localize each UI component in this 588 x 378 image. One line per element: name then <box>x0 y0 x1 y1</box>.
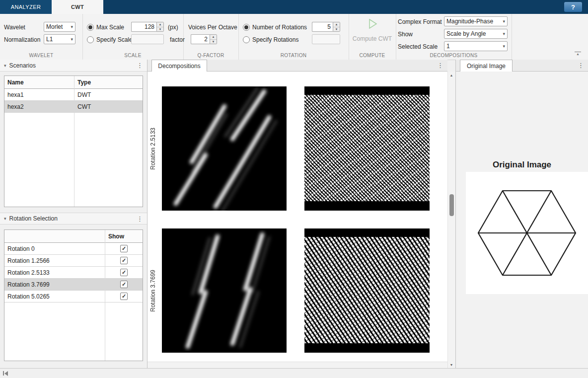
spinner-down-icon[interactable]: ▼ <box>157 27 163 32</box>
section-decompositions: Complex Format Magnitude-Phase ▾ Show Sc… <box>396 14 512 60</box>
collapse-panel-icon[interactable]: ▾ <box>4 216 6 221</box>
table-row-hexa2[interactable]: hexa2 CWT <box>4 101 143 113</box>
show-cell: ✓ <box>105 255 143 266</box>
magnitude-image-rotation-2-5133 <box>162 86 287 211</box>
menu-dots-icon[interactable]: ⋮ <box>137 216 143 222</box>
specify-scales-input[interactable] <box>131 34 164 44</box>
specify-scales-label: Specify Scales <box>96 36 136 43</box>
number-of-rotations-spinner[interactable]: 5 ▲ ▼ <box>312 22 340 32</box>
rotation-selection-panel-header[interactable]: ▾ Rotation Selection ⋮ <box>0 213 147 225</box>
spinner-down-icon[interactable]: ▼ <box>210 40 217 44</box>
table-row-rotation-3-7699[interactable]: Rotation 3.7699 ✓ <box>4 279 143 291</box>
show-checkbox[interactable]: ✓ <box>120 281 128 288</box>
scenarios-panel-title: Scenarios <box>9 62 137 69</box>
max-scale-radio[interactable]: Max Scale <box>87 22 124 32</box>
decompositions-content: Rotation 2.5133 <box>147 72 447 362</box>
max-scale-unit-label: (px) <box>168 24 178 31</box>
specify-rotations-radio[interactable]: Specify Rotations <box>243 35 298 45</box>
scrollbar-thumb[interactable] <box>449 194 454 216</box>
section-label-decompositions: DECOMPOSITIONS <box>396 53 512 58</box>
chevron-down-icon: ▾ <box>71 37 73 42</box>
vertical-scrollbar[interactable]: ▲ ▼ <box>447 72 455 368</box>
voices-per-octave-spinner[interactable]: 2 ▲ ▼ <box>191 34 217 44</box>
selected-scale-dropdown[interactable]: 1 ▾ <box>444 41 508 51</box>
menu-dots-icon[interactable]: ⋮ <box>437 62 443 69</box>
scenarios-panel-header[interactable]: ▾ Scenarios ⋮ <box>0 60 147 72</box>
section-scale: Max Scale 128 ▲ ▼ (px) Specify Scales fa… <box>82 14 184 60</box>
spinner-up-icon[interactable]: ▲ <box>157 22 163 27</box>
complex-format-value: Magnitude-Phase <box>446 18 493 25</box>
tab-cwt[interactable]: CWT <box>52 0 103 14</box>
left-panel: ▾ Scenarios ⋮ Name Type hexa1 DWT hexa2 … <box>0 60 147 368</box>
rotation-label: Rotation 3.7699 <box>4 279 105 290</box>
tab-decompositions[interactable]: Decompositions <box>151 60 207 72</box>
tab-original-image[interactable]: Original Image <box>460 60 513 72</box>
titlebar: ANALYZER CWT ? <box>0 0 588 14</box>
normalization-dropdown[interactable]: L1 ▾ <box>44 34 75 44</box>
number-of-rotations-value: 5 <box>312 22 333 32</box>
specify-scales-radio[interactable]: Specify Scales <box>87 35 136 45</box>
compute-cwt-label: Compute CWT <box>349 35 396 42</box>
spinner-up-icon[interactable]: ▲ <box>210 35 217 40</box>
collapse-panel-icon[interactable]: ▾ <box>4 63 6 68</box>
normalization-label: Normalization <box>4 36 40 43</box>
rotation-selection-panel-title: Rotation Selection <box>9 215 137 222</box>
max-scale-spinner[interactable]: 128 ▲ ▼ <box>131 22 164 32</box>
table-row-hexa1[interactable]: hexa1 DWT <box>4 89 143 101</box>
table-row-rotation-5-0265[interactable]: Rotation 5.0265 ✓ <box>4 291 143 302</box>
section-label-wavelet: WAVELET <box>0 53 82 58</box>
column-header-name[interactable]: Name <box>4 76 74 88</box>
original-image-tabbar: Original Image ⋮ <box>456 60 588 72</box>
scenarios-table-header: Name Type <box>4 76 143 89</box>
rotation-label: Rotation 1.2566 <box>4 255 105 266</box>
column-header-show[interactable]: Show <box>105 230 143 242</box>
menu-dots-icon[interactable]: ⋮ <box>137 62 143 69</box>
spinner-up-icon[interactable]: ▲ <box>333 22 340 27</box>
show-dropdown[interactable]: Scale by Angle ▾ <box>444 29 508 39</box>
wavelet-dropdown-value: Morlet <box>46 23 63 30</box>
show-checkbox[interactable]: ✓ <box>120 257 128 264</box>
check-icon: ✓ <box>122 282 126 287</box>
chevron-down-icon: ▾ <box>503 44 505 49</box>
number-of-rotations-radio[interactable]: Number of Rotations <box>243 22 307 32</box>
show-checkbox[interactable]: ✓ <box>120 245 128 252</box>
table-row-rotation-2-5133[interactable]: Rotation 2.5133 ✓ <box>4 267 143 279</box>
voices-per-octave-value: 2 <box>191 34 210 44</box>
menu-dots-icon[interactable]: ⋮ <box>578 62 584 69</box>
spinner-down-icon[interactable]: ▼ <box>333 27 340 32</box>
radio-selected-icon <box>243 24 250 31</box>
check-icon: ✓ <box>122 270 126 275</box>
table-row-rotation-0[interactable]: Rotation 0 ✓ <box>4 243 143 255</box>
wavelet-image-analyzer-window: ANALYZER CWT ? Wavelet Morlet ▾ Normaliz… <box>0 0 588 378</box>
rotation-label: Rotation 5.0265 <box>4 291 105 302</box>
column-header-type[interactable]: Type <box>74 76 143 88</box>
row-label-rotation-3-7699: Rotation 3.7699 <box>149 228 157 353</box>
chevron-down-icon: ▾ <box>503 19 505 24</box>
show-checkbox[interactable]: ✓ <box>120 269 128 276</box>
tab-analyzer[interactable]: ANALYZER <box>0 0 52 14</box>
horizontal-scrollbar-track[interactable] <box>147 362 447 368</box>
phase-image-rotation-2-5133 <box>304 86 430 211</box>
complex-format-dropdown[interactable]: Magnitude-Phase ▾ <box>444 16 508 26</box>
section-label-qfactor: Q-FACTOR <box>183 53 238 58</box>
check-icon: ✓ <box>122 258 126 263</box>
show-checkbox[interactable]: ✓ <box>120 293 128 300</box>
magnitude-image-rotation-3-7699 <box>162 228 287 353</box>
scroll-up-icon[interactable]: ▲ <box>448 72 455 78</box>
specify-rotations-input[interactable] <box>312 34 340 44</box>
row-label-rotation-2-5133: Rotation 2.5133 <box>149 86 157 211</box>
scenarios-table: Name Type hexa1 DWT hexa2 CWT <box>4 76 143 207</box>
max-scale-label: Max Scale <box>96 24 124 31</box>
factor-label: factor <box>170 36 185 43</box>
scroll-down-icon[interactable]: ▼ <box>448 361 455 368</box>
radio-unselected-icon <box>243 36 250 43</box>
wavelet-dropdown[interactable]: Morlet ▾ <box>44 22 75 32</box>
table-row-rotation-1-2566[interactable]: Rotation 1.2566 ✓ <box>4 255 143 267</box>
help-icon[interactable]: ? <box>564 2 582 12</box>
collapse-toolstrip-icon[interactable]: ▲ <box>575 52 581 56</box>
check-icon: ✓ <box>122 294 126 299</box>
collapse-statusbar-icon[interactable] <box>3 371 8 376</box>
original-image-title: Original Image <box>456 160 588 170</box>
max-scale-value: 128 <box>131 22 156 32</box>
compute-cwt-button[interactable]: Compute CWT <box>349 18 396 42</box>
